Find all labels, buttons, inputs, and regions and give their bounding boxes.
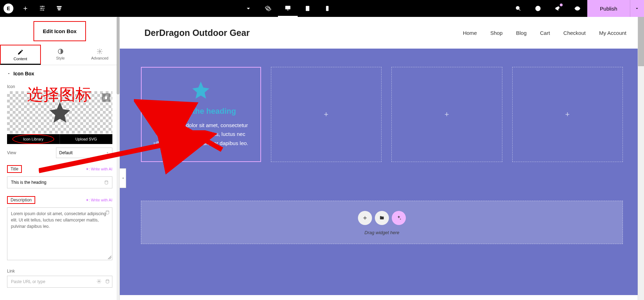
svg-point-15 [106, 211, 109, 212]
responsive-desktop-button[interactable] [278, 0, 298, 17]
tab-advanced[interactable]: Advanced [80, 45, 119, 65]
site-title: DerDragon Outdoor Gear [144, 28, 250, 38]
site-nav: Home Shop Blog Cart Checkout My Account [463, 30, 626, 36]
dynamic-tags-icon[interactable] [105, 279, 110, 285]
topbar: E Publish [0, 0, 644, 17]
svg-point-13 [99, 51, 101, 52]
svg-point-16 [98, 281, 100, 282]
description-textarea[interactable]: Lorem ipsum dolor sit amet, consectetur … [7, 207, 112, 260]
field-label-icon: Icon [7, 82, 112, 91]
star-icon [191, 80, 211, 102]
svg-point-10 [538, 10, 538, 10]
dynamic-tags-icon[interactable] [105, 210, 110, 217]
add-template-button[interactable] [375, 211, 389, 225]
star-icon [7, 91, 112, 133]
svg-point-7 [327, 10, 328, 10]
settings-gear-button[interactable] [258, 0, 278, 17]
drop-zone[interactable]: Drag widget here [141, 201, 623, 244]
write-with-ai-desc[interactable]: ✦: Write with AI [86, 198, 112, 202]
write-with-ai-title[interactable]: ✦: Write with AI [86, 167, 112, 171]
title-input[interactable]: This is the heading [7, 176, 112, 188]
link-options-icon[interactable] [97, 279, 101, 285]
icon-library-tab[interactable]: Icon Library [7, 134, 60, 144]
publish-button[interactable]: Publish [587, 0, 630, 17]
field-label-view: View [7, 148, 16, 157]
preview-button[interactable] [568, 0, 587, 17]
nav-home[interactable]: Home [463, 30, 477, 36]
drop-zone-text: Drag widget here [365, 230, 400, 235]
nav-cart[interactable]: Cart [540, 30, 550, 36]
tab-style[interactable]: Style [41, 45, 80, 65]
editor-sidebar: Edit Icon Box Content Style Advanced Ico… [0, 17, 120, 300]
icon-picker[interactable] [7, 91, 112, 133]
responsive-mobile-button[interactable] [317, 0, 337, 17]
add-element-button[interactable] [17, 0, 34, 17]
tab-content[interactable]: Content [0, 45, 41, 65]
iconbox-description: Lorem ipsum dolor sit amet, consectetur … [146, 121, 256, 148]
view-select[interactable]: Default [56, 148, 112, 158]
svg-point-17 [106, 279, 109, 281]
svg-point-1 [41, 8, 42, 9]
empty-column[interactable]: + [512, 67, 623, 162]
empty-column[interactable]: + [391, 67, 502, 162]
nav-shop[interactable]: Shop [490, 30, 503, 36]
field-label-link: Link [7, 267, 112, 276]
empty-column[interactable]: + [271, 67, 382, 162]
panel-title: Edit Icon Box [33, 21, 86, 41]
site-header: DerDragon Outdoor Gear Home Shop Blog Ca… [120, 17, 644, 49]
icon-box-widget[interactable]: This is the heading Lorem ipsum dolor si… [141, 67, 261, 162]
plus-icon: + [565, 110, 570, 119]
nav-checkout[interactable]: Checkout [563, 30, 586, 36]
svg-point-11 [577, 8, 578, 10]
ai-button[interactable] [392, 211, 406, 225]
svg-point-2 [42, 6, 43, 7]
page-settings-caret[interactable] [239, 0, 258, 17]
delete-icon-button[interactable] [102, 93, 110, 102]
publish-options-caret[interactable] [630, 0, 644, 17]
iconbox-heading: This is the heading [166, 107, 236, 116]
nav-myaccount[interactable]: My Account [599, 30, 626, 36]
svg-rect-3 [286, 6, 291, 9]
add-section-button[interactable] [358, 211, 372, 225]
collapse-sidebar-button[interactable] [120, 168, 126, 188]
panel-tabs: Content Style Advanced [0, 45, 119, 65]
svg-point-5 [308, 10, 308, 10]
sidebar-scrollbar[interactable] [117, 17, 119, 300]
responsive-tablet-button[interactable] [298, 0, 317, 17]
section-iconbox-toggle[interactable]: Icon Box [7, 65, 112, 82]
svg-point-0 [43, 10, 44, 11]
editor-canvas: DerDragon Outdoor Gear Home Shop Blog Ca… [120, 17, 644, 300]
dynamic-tags-icon[interactable] [103, 179, 110, 186]
site-settings-button[interactable] [34, 0, 51, 17]
link-input[interactable]: Paste URL or type [7, 276, 112, 288]
canvas-scrollbar[interactable] [638, 17, 644, 300]
plus-icon: + [445, 110, 449, 119]
upload-svg-tab[interactable]: Upload SVG [60, 134, 112, 144]
svg-point-8 [516, 6, 519, 10]
field-label-description: Description [7, 196, 35, 204]
field-label-title: Title [7, 165, 22, 173]
whats-new-button[interactable] [548, 0, 568, 17]
nav-blog[interactable]: Blog [516, 30, 527, 36]
plus-icon: + [324, 110, 328, 119]
elementor-logo[interactable]: E [0, 0, 17, 17]
structure-button[interactable] [51, 0, 68, 17]
help-button[interactable] [528, 0, 548, 17]
svg-point-14 [105, 181, 108, 182]
finder-search-button[interactable] [508, 0, 528, 17]
